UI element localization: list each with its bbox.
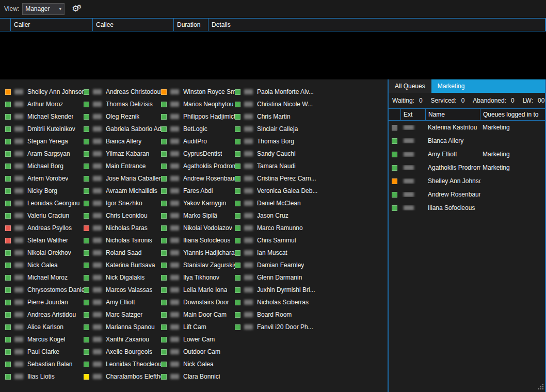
extension-item[interactable]: Bianca Allery — [84, 135, 161, 148]
extension-item[interactable]: Damian Fearnley — [235, 259, 388, 271]
column-header-caller[interactable]: Caller — [11, 19, 93, 31]
column-header-queues-logged-in[interactable]: Queues logged in to — [480, 109, 545, 120]
agent-row[interactable]: Katerina KastritouMarketing — [389, 121, 545, 134]
resize-grip[interactable] — [538, 384, 544, 390]
extension-item[interactable]: Sandy Cauchi — [235, 148, 388, 160]
extension-item[interactable]: Leonidas Georgiou — [5, 197, 84, 209]
extension-item[interactable]: Paola Monforte Alv... — [235, 86, 388, 98]
extension-item[interactable]: Tamara Naudi — [235, 160, 388, 172]
extension-item[interactable]: Roland Saad — [84, 247, 161, 259]
extension-item[interactable]: Nick Digalakis — [84, 271, 161, 284]
extension-item[interactable]: Artem Vorobev — [5, 172, 84, 185]
extension-item[interactable]: Chrysostomos Daniel — [5, 284, 84, 296]
extension-item[interactable]: Christina Nicole W... — [235, 98, 388, 110]
extension-item[interactable]: Daniel McClean — [235, 197, 388, 209]
extension-item[interactable]: Xanthi Zaxariou — [84, 333, 161, 346]
extension-item[interactable]: Fares Abdi — [161, 185, 235, 197]
extension-item[interactable]: Chris Sammut — [235, 234, 388, 247]
extension-item[interactable]: Downstairs Door — [161, 296, 235, 308]
extension-item[interactable]: Nikolai Orekhov — [5, 247, 84, 259]
extension-item[interactable]: Nicky Borg — [5, 185, 84, 197]
extension-item[interactable]: Shelley Ann Johnson — [5, 86, 84, 98]
extension-item[interactable]: Nikolai Vodolazov — [161, 222, 235, 234]
extension-item[interactable]: Valeriu Craciun — [5, 209, 84, 222]
extension-item[interactable]: Sinclair Calleja — [235, 123, 388, 135]
extension-item[interactable]: Marcus Kogel — [5, 333, 84, 346]
extension-item[interactable]: Axelle Bourgeois — [84, 346, 161, 358]
extension-item[interactable]: BetLogic — [161, 123, 235, 135]
extension-item[interactable]: Clara Bonnici — [161, 370, 235, 383]
extension-item[interactable]: Lift Cam — [161, 321, 235, 333]
extension-item[interactable]: Thomas Borg — [235, 135, 388, 148]
column-header-ext[interactable]: Ext — [401, 109, 426, 120]
extension-item[interactable]: Stepan Yerega — [5, 135, 84, 148]
extension-item[interactable]: Michael Skender — [5, 110, 84, 123]
extension-item[interactable]: Nicholas Tsironis — [84, 234, 161, 247]
extension-item[interactable]: Marco Ramunno — [235, 222, 388, 234]
extension-item[interactable]: Andrew Rosenbaum — [161, 172, 235, 185]
extension-item[interactable]: Michael Moroz — [5, 271, 84, 284]
extension-item[interactable]: Katerina Burtsava — [84, 259, 161, 271]
extension-item[interactable]: Aram Sargsyan — [5, 148, 84, 160]
agent-row[interactable]: Shelley Ann Johnson — [389, 174, 545, 188]
tab-marketing[interactable]: Marketing — [431, 79, 471, 93]
extension-item[interactable]: Oleg Reznik — [84, 110, 161, 123]
extension-item[interactable]: Nick Galea — [5, 259, 84, 271]
extension-item[interactable]: Juxhin Dyrmishi Bri... — [235, 284, 388, 296]
extension-item[interactable]: Chris Martin — [235, 110, 388, 123]
extension-item[interactable]: Nick Galea — [161, 358, 235, 370]
extension-item[interactable]: Andreas Christodoul... — [84, 86, 161, 98]
extension-item[interactable]: Marko Sipilä — [161, 209, 235, 222]
extension-item[interactable]: Ilias Liotis — [5, 370, 84, 383]
extension-item[interactable]: Lower Cam — [161, 333, 235, 346]
extension-item[interactable]: Marios Neophytou — [161, 98, 235, 110]
extension-item[interactable]: Philippos Hadjimichael — [161, 110, 235, 123]
extension-item[interactable]: Pierre Jourdan — [5, 296, 84, 308]
extension-item[interactable]: Igor Snezhko — [84, 197, 161, 209]
extension-item[interactable]: AuditPro — [161, 135, 235, 148]
extension-item[interactable]: Andreas Psyllos — [5, 222, 84, 234]
agent-row[interactable]: Andrew Rosenbaum — [389, 188, 545, 201]
agent-row[interactable]: Iliana Sofocleous — [389, 201, 545, 215]
agent-row[interactable]: Agathoklis ProdromouMarketing — [389, 161, 545, 174]
column-header-duration[interactable]: Duration — [174, 19, 208, 31]
extension-item[interactable]: Thomas Delizisis — [84, 98, 161, 110]
extension-item[interactable]: Alice Karlson — [5, 321, 84, 333]
column-header-details[interactable]: Details — [208, 19, 545, 31]
view-dropdown[interactable]: Manager ▾ — [22, 3, 65, 15]
extension-item[interactable]: Stanislav Zagurskiy — [161, 259, 235, 271]
agent-row[interactable]: Amy ElliottMarketing — [389, 148, 545, 161]
extension-item[interactable]: Board Room — [235, 308, 388, 321]
extension-item[interactable]: Yilmaz Kabaran — [84, 148, 161, 160]
extension-item[interactable]: Yiannis Hadjicharala... — [161, 247, 235, 259]
extension-item[interactable]: Glenn Darmanin — [235, 271, 388, 284]
extension-item[interactable]: Veronica Galea Deb... — [235, 185, 388, 197]
extension-item[interactable]: Iliana Sofocleous — [161, 234, 235, 247]
extension-item[interactable]: Marcos Valassas — [84, 284, 161, 296]
extension-item[interactable]: Fanvil i20 Door Ph... — [235, 321, 388, 333]
extension-item[interactable]: Michael Borg — [5, 160, 84, 172]
extension-item[interactable]: Winston Royce Smith — [161, 86, 235, 98]
extension-item[interactable]: Gabriela Saborio Ada... — [84, 123, 161, 135]
extension-item[interactable]: Sebastian Balan — [5, 358, 84, 370]
extension-item[interactable]: Main Entrance — [84, 160, 161, 172]
column-header-name[interactable]: Name — [426, 109, 480, 120]
tab-all-queues[interactable]: All Queues — [389, 79, 431, 93]
column-header-status[interactable] — [389, 109, 401, 120]
extension-item[interactable]: Andreas Aristidou — [5, 308, 84, 321]
extension-item[interactable]: Marianna Spanou — [84, 321, 161, 333]
extension-item[interactable]: Paul Clarke — [5, 346, 84, 358]
extension-item[interactable]: Jason Cruz — [235, 209, 388, 222]
extension-item[interactable]: Chris Leonidou — [84, 209, 161, 222]
extension-item[interactable]: Marc Satzger — [84, 308, 161, 321]
extension-item[interactable]: Lelia Marie Iona — [161, 284, 235, 296]
extension-item[interactable]: Nicholas Sciberras — [235, 296, 388, 308]
extension-item[interactable]: Leonidas Theocleous — [84, 358, 161, 370]
extension-item[interactable]: CyprusDentist — [161, 148, 235, 160]
extension-item[interactable]: Arthur Moroz — [5, 98, 84, 110]
extension-item[interactable]: Ilya Tikhonov — [161, 271, 235, 284]
settings-gears-icon[interactable]: ⚙⚙ — [72, 5, 79, 13]
extension-item[interactable]: Cristina Perez Carn... — [235, 172, 388, 185]
extension-item[interactable]: Ian Muscat — [235, 247, 388, 259]
extension-item[interactable]: Outdoor Cam — [161, 346, 235, 358]
